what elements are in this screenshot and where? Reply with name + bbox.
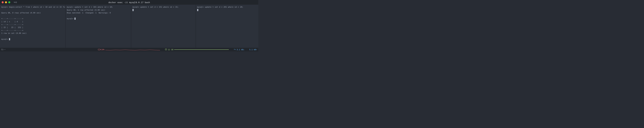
close-button[interactable] xyxy=(2,1,4,3)
statusbar: ~ 19% xyxy=(0,48,258,52)
minimize-button[interactable] xyxy=(5,1,7,3)
memory-icon xyxy=(165,48,167,51)
folder-icon xyxy=(1,48,3,51)
pane-3-content: mysql> update t set d = 151 where id = 1… xyxy=(132,6,178,8)
status-left: ~ xyxy=(1,48,6,51)
terminal-pane-2[interactable]: mysql> update t set d = 101 where id = 1… xyxy=(66,5,131,48)
svg-rect-0 xyxy=(165,49,167,50)
status-right: 19% 12 GB xyxy=(98,48,257,51)
network-icon xyxy=(234,48,236,51)
cpu-sparkline xyxy=(105,49,160,50)
traffic-lights xyxy=(2,1,10,3)
cursor-icon xyxy=(9,38,10,40)
memory-value: 12 GB xyxy=(168,48,173,51)
network-up: 5.1 kB↑ xyxy=(250,48,257,51)
battery-icon xyxy=(98,49,100,50)
cursor-icon xyxy=(74,18,76,20)
network-status: 3.1 kB↓ xyxy=(234,48,244,51)
battery-status: 19% xyxy=(98,48,160,51)
cursor-icon xyxy=(197,9,198,11)
pane-2-content: mysql> update t set d = 101 where id = 1… xyxy=(67,6,113,20)
network-down: 3.1 kB↓ xyxy=(236,48,244,51)
memory-bar xyxy=(174,50,229,50)
memory-status: 12 GB xyxy=(165,48,229,51)
tab-shortcut: ⌥⌘3 xyxy=(14,1,17,4)
battery-percent: 19% xyxy=(101,48,104,51)
window-title: docker exec -it mysql8.0.17 bash xyxy=(108,1,150,4)
terminal-pane-4[interactable]: mysql> update t set d = 201 where id = 2… xyxy=(196,5,258,48)
cursor-icon xyxy=(132,9,134,11)
terminal-pane-1[interactable]: mysql> begin;select * from t where id > … xyxy=(0,5,66,48)
maximize-button[interactable] xyxy=(8,1,10,3)
pane-4-content: mysql> update t set d = 201 where id = 2… xyxy=(197,6,243,8)
status-path: ~ xyxy=(4,48,6,51)
titlebar: ⌥⌘3 docker exec -it mysql8.0.17 bash xyxy=(0,0,258,5)
pane-1-content: mysql> begin;select * from t where id > … xyxy=(1,6,66,40)
network-up-status: 5.1 kB↑ xyxy=(250,48,257,51)
terminal-pane-3[interactable]: mysql> update t set d = 151 where id = 1… xyxy=(131,5,196,48)
terminal-panes: mysql> begin;select * from t where id > … xyxy=(0,5,258,48)
